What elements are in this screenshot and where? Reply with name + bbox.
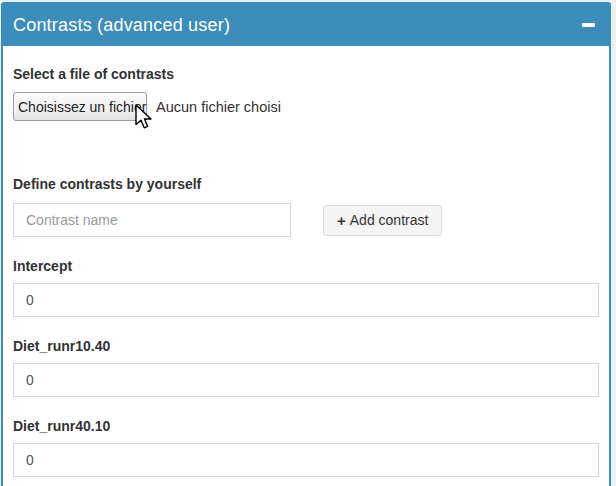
file-status-text: Aucun fichier choisi [156, 99, 281, 115]
add-contrast-label: Add contrast [350, 212, 429, 228]
page: Contrasts (advanced user) Select a file … [0, 0, 616, 486]
panel-body: Select a file of contrasts Choisissez un… [3, 46, 609, 486]
plus-icon: + [337, 212, 346, 229]
contrast-name-input[interactable] [13, 203, 291, 237]
intercept-input[interactable] [13, 283, 599, 317]
choose-file-button[interactable]: Choisissez un fichier [13, 92, 147, 121]
contrasts-panel: Contrasts (advanced user) Select a file … [1, 2, 611, 486]
define-contrast-row: + Add contrast [13, 203, 599, 237]
diet-runr40-10-input[interactable] [13, 443, 599, 477]
file-input-row: Choisissez un fichier Aucun fichier choi… [13, 92, 599, 121]
panel-title: Contrasts (advanced user) [13, 15, 230, 36]
file-section-label: Select a file of contrasts [13, 64, 599, 84]
field-label-intercept: Intercept [13, 256, 599, 276]
collapse-button[interactable] [582, 23, 595, 27]
diet-runr10-40-input[interactable] [13, 363, 599, 397]
field-label-diet-runr10-40: Diet_runr10.40 [13, 336, 599, 356]
minus-icon [582, 23, 595, 27]
panel-header: Contrasts (advanced user) [3, 4, 609, 46]
add-contrast-button[interactable]: + Add contrast [323, 205, 442, 236]
field-label-diet-runr40-10: Diet_runr40.10 [13, 416, 599, 436]
define-section-label: Define contrasts by yourself [13, 174, 599, 194]
